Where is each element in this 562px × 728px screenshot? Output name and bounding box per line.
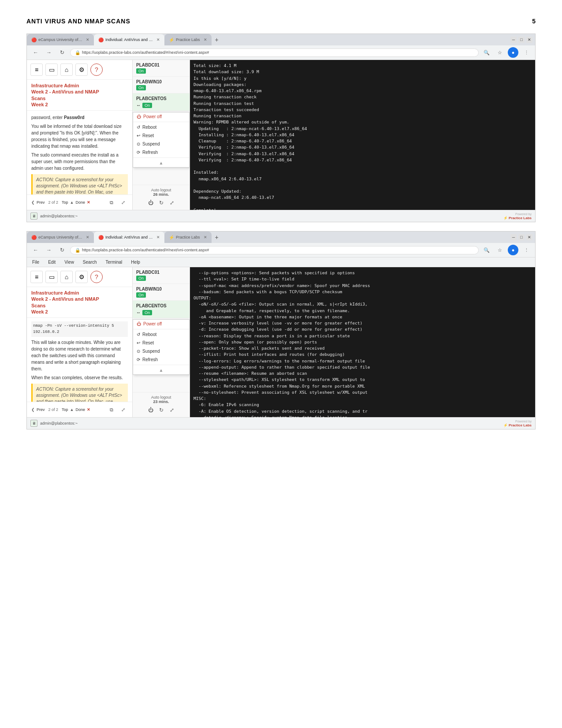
forward-button-2[interactable]: → bbox=[44, 245, 54, 255]
tab-individual-1[interactable]: 🔴 Individual: AntiVirus and NMA... ✕ bbox=[94, 34, 164, 45]
powered-label-2: Powered by bbox=[515, 420, 532, 423]
context-sep-2 bbox=[133, 157, 189, 158]
menu-edit-2[interactable]: Edit bbox=[46, 259, 57, 265]
context-arrow-2: ▲ bbox=[133, 366, 189, 374]
sidebar-menu-icon-2[interactable]: ≡ bbox=[30, 271, 43, 283]
tab-new-1[interactable]: + bbox=[212, 34, 222, 45]
menu-help-2[interactable]: Help bbox=[129, 259, 142, 265]
context-suspend-1[interactable]: ⊙ Suspend bbox=[133, 140, 189, 148]
menu-terminal-2[interactable]: Terminal bbox=[104, 259, 124, 265]
context-power-off-2[interactable]: ⏻ Power off bbox=[133, 320, 189, 328]
ctrl-expand-2[interactable]: ⤢ bbox=[167, 406, 176, 414]
sidebar-home-icon-2[interactable]: ⌂ bbox=[60, 271, 73, 283]
context-suspend-2[interactable]: ⊙ Suspend bbox=[133, 347, 189, 355]
copy-icon-1[interactable]: ⧉ bbox=[107, 198, 116, 207]
forward-button-1[interactable]: → bbox=[44, 47, 54, 58]
sidebar-help-icon-2[interactable]: ? bbox=[90, 271, 103, 283]
tab-close-2c[interactable]: ✕ bbox=[204, 235, 207, 239]
refresh-button-1[interactable]: ↻ bbox=[57, 47, 67, 58]
menu-view-2[interactable]: View bbox=[63, 259, 76, 265]
bottom-bar-2: 🖥 admin@plabcentos:~ Powered by ⚡ Practi… bbox=[27, 417, 535, 429]
tab-close-2a[interactable]: ✕ bbox=[86, 235, 89, 239]
address-bar-1[interactable]: 🔒 https://uoplabs.practice-labs.com/auth… bbox=[70, 49, 479, 57]
top-btn-2[interactable]: Top bbox=[62, 407, 68, 412]
tab-label-2a: eCampus University of Phoen... bbox=[38, 235, 82, 239]
search-action-2[interactable]: 🔍 bbox=[481, 245, 492, 255]
back-button-1[interactable]: ← bbox=[30, 47, 41, 58]
sidebar-title-section-2: Infrastructure AdminWeek 2 - AntiVirus a… bbox=[27, 287, 132, 318]
context-reboot-2[interactable]: ↺ Reboot bbox=[133, 330, 189, 339]
sidebar-screen-icon-1[interactable]: ▭ bbox=[45, 63, 58, 76]
done-btn-1[interactable]: Done bbox=[75, 200, 85, 205]
done-btn-2[interactable]: Done bbox=[75, 407, 85, 412]
tab-practicelabs-1[interactable]: ⚡ Practice Labs ✕ bbox=[164, 34, 212, 45]
profile-action-2[interactable]: ● bbox=[508, 245, 518, 255]
sidebar-settings-icon-1[interactable]: ⚙ bbox=[75, 63, 88, 76]
sidebar-home-icon-1[interactable]: ⌂ bbox=[60, 63, 73, 76]
tab-new-2[interactable]: + bbox=[212, 231, 222, 243]
ctrl-refresh-1[interactable]: ↻ bbox=[157, 198, 166, 207]
back-button-2[interactable]: ← bbox=[30, 245, 41, 255]
vm-plabcentos-1[interactable]: PLABCENTOS ↔ On bbox=[133, 93, 190, 111]
control-icons-2: ⏻ ↻ ⤢ bbox=[136, 406, 186, 414]
win-minimize-2[interactable]: ─ bbox=[510, 234, 517, 240]
tab-practicelabs-2[interactable]: ⚡ Practice Labs ✕ bbox=[164, 231, 212, 243]
browser-nav-2: ← → ↻ 🔒 https://uoplabs.practice-labs.co… bbox=[27, 243, 535, 257]
expand-icon-1[interactable]: ⤢ bbox=[118, 198, 128, 207]
context-menu-1: ⏻ Power off ↺ Reboot ↩ Reset ⊙ Suspend bbox=[133, 112, 190, 168]
star-action-2[interactable]: ☆ bbox=[495, 245, 505, 255]
auto-logout-time-2: 23 mins. bbox=[136, 399, 186, 404]
win-maximize-1[interactable]: □ bbox=[518, 37, 525, 43]
search-action-1[interactable]: 🔍 bbox=[481, 47, 492, 58]
tab-ecampus-1[interactable]: 🔴 eCampus University of Phoen... ✕ bbox=[27, 34, 94, 45]
ctrl-expand-1[interactable]: ⤢ bbox=[167, 198, 176, 207]
context-reboot-1[interactable]: ↺ Reboot bbox=[133, 123, 189, 131]
tab-individual-2[interactable]: 🔴 Individual: AntiVirus and NMA... ✕ bbox=[94, 231, 164, 243]
sidebar-screen-icon-2[interactable]: ▭ bbox=[45, 271, 58, 283]
ctrl-refresh-2[interactable]: ↻ bbox=[157, 406, 166, 414]
tab-close-1c[interactable]: ✕ bbox=[204, 37, 207, 42]
terminal-output-2: --ip-options <options>: Send packets wit… bbox=[194, 270, 532, 417]
vm-name-win10-2: PLABWIN10 bbox=[136, 287, 186, 291]
tab-strip-2: 🔴 eCampus University of Phoen... ✕ 🔴 Ind… bbox=[27, 231, 506, 243]
star-action-1[interactable]: ☆ bbox=[495, 47, 505, 58]
menu-file-2[interactable]: File bbox=[30, 259, 41, 265]
ctrl-power-2[interactable]: ⏻ bbox=[146, 406, 155, 414]
tab-ecampus-2[interactable]: 🔴 eCampus University of Phoen... ✕ bbox=[27, 231, 94, 243]
win-maximize-2[interactable]: □ bbox=[518, 234, 525, 240]
reset-icon-2: ↩ bbox=[137, 340, 140, 345]
prev-btn-2[interactable]: Prev bbox=[37, 407, 45, 412]
tab-close-1b[interactable]: ✕ bbox=[156, 37, 160, 42]
prev-btn-1[interactable]: Prev bbox=[37, 200, 45, 205]
done-close-icon-1: ✕ bbox=[87, 200, 90, 205]
address-bar-2[interactable]: 🔒 https://uoplabs.practice-labs.com/auth… bbox=[70, 246, 479, 254]
expand-icon-2[interactable]: ⤢ bbox=[118, 405, 128, 414]
menu-bar-2: File Edit View Search Terminal Help bbox=[27, 258, 535, 267]
copy-icon-2[interactable]: ⧉ bbox=[107, 405, 116, 414]
context-power-off-1[interactable]: ⏻ Power off bbox=[133, 112, 189, 121]
win-minimize-1[interactable]: ─ bbox=[510, 37, 517, 43]
win-close-2[interactable]: ✕ bbox=[526, 234, 532, 240]
sidebar-help-icon-1[interactable]: ? bbox=[90, 63, 103, 76]
win-close-1[interactable]: ✕ bbox=[526, 37, 532, 43]
sidebar-menu-icon-1[interactable]: ≡ bbox=[30, 63, 43, 76]
sidebar-settings-icon-2[interactable]: ⚙ bbox=[75, 271, 88, 283]
profile-action-1[interactable]: ● bbox=[508, 47, 518, 58]
terminal-2[interactable]: --ip-options <options>: Send packets wit… bbox=[190, 267, 535, 417]
tab-close-1a[interactable]: ✕ bbox=[86, 37, 89, 42]
terminal-1[interactable]: Total size: 4.1 M Total download size: 3… bbox=[190, 60, 535, 210]
context-reset-1[interactable]: ↩ Reset bbox=[133, 131, 189, 140]
vm-plabcentos-2[interactable]: PLABCENTOS ↔ On bbox=[133, 301, 190, 318]
page-title: ANTI VIRUS AND NMAP SCANS bbox=[26, 18, 130, 25]
tab-close-2b[interactable]: ✕ bbox=[156, 235, 160, 239]
context-refresh-2[interactable]: ⟳ Refresh bbox=[133, 355, 189, 364]
context-refresh-1[interactable]: ⟳ Refresh bbox=[133, 148, 189, 157]
menu-search-2[interactable]: Search bbox=[81, 259, 99, 265]
more-action-2[interactable]: ⋮ bbox=[521, 245, 532, 255]
refresh-button-2[interactable]: ↻ bbox=[57, 245, 67, 255]
context-reset-2[interactable]: ↩ Reset bbox=[133, 339, 189, 347]
top-btn-1[interactable]: Top bbox=[62, 200, 68, 205]
more-action-1[interactable]: ⋮ bbox=[521, 47, 532, 58]
centos-arrow-icon-1: ↔ bbox=[136, 103, 141, 108]
ctrl-power-1[interactable]: ⏻ bbox=[146, 198, 155, 207]
